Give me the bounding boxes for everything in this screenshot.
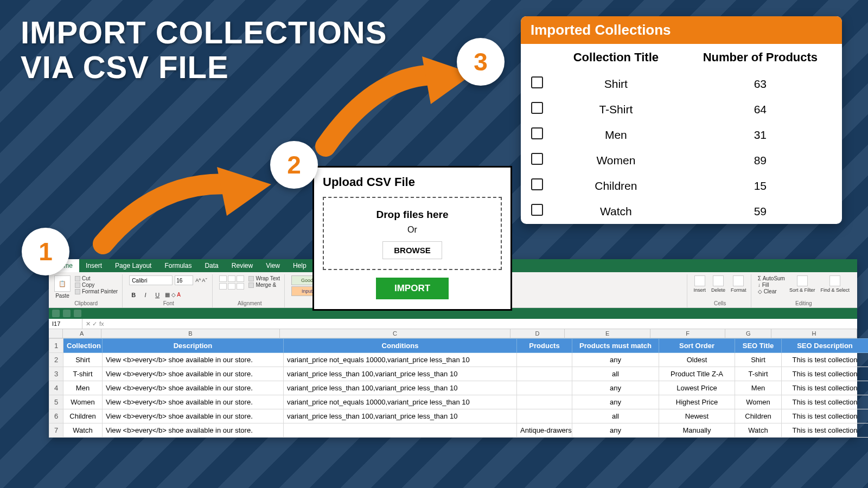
row-number[interactable]: 2 — [49, 353, 63, 367]
save-icon[interactable] — [52, 310, 60, 317]
sheet-cell[interactable]: View <b>every</b> shoe available in our … — [103, 353, 284, 367]
col-letter-H[interactable]: H — [771, 329, 857, 338]
col-letter-B[interactable]: B — [101, 329, 280, 338]
row-number[interactable]: 5 — [49, 395, 63, 409]
sheet-cell[interactable]: any — [572, 353, 659, 367]
sheet-cell[interactable] — [517, 381, 572, 395]
sheet-cell[interactable] — [284, 423, 517, 438]
sheet-cell[interactable]: Manually — [659, 423, 735, 438]
sheet-cell[interactable]: This is test collection — [782, 353, 869, 367]
italic-button[interactable]: I — [141, 292, 150, 298]
sheet-cell[interactable] — [517, 353, 572, 367]
format-cell-button[interactable]: Format — [731, 275, 746, 293]
sheet-cell[interactable]: View <b>every</b> shoe available in our … — [103, 395, 284, 409]
sheet-cell[interactable] — [517, 395, 572, 409]
sheet-cell[interactable]: Antique-drawers — [517, 423, 572, 438]
paste-icon[interactable]: 📋 — [54, 275, 71, 292]
col-letter-F[interactable]: F — [650, 329, 725, 338]
sheet-cell[interactable]: Oldest — [659, 353, 735, 367]
fx-buttons[interactable]: ✕ ✓ fx — [82, 320, 107, 328]
formula-input[interactable] — [107, 322, 857, 325]
row-checkbox[interactable] — [531, 102, 543, 114]
import-button[interactable]: IMPORT — [376, 278, 449, 299]
sort-filter-button[interactable]: Sort & Filter — [789, 275, 815, 293]
sheet-cell[interactable]: This is test collection — [782, 367, 869, 381]
ribbon-tab-data[interactable]: Data — [198, 259, 225, 272]
sheet-cell[interactable]: variant_price not_equals 10000,variant_p… — [284, 395, 517, 409]
row-number[interactable]: 4 — [49, 381, 63, 395]
sheet-cell[interactable]: variant_price less_than 100,variant_pric… — [284, 381, 517, 395]
col-letter-A[interactable]: A — [63, 329, 101, 338]
sheet-cell[interactable]: Highest Price — [659, 395, 735, 409]
ribbon-tab-formulas[interactable]: Formulas — [158, 259, 198, 272]
font-name-select[interactable] — [129, 275, 173, 285]
wrap-text-button[interactable]: Wrap Text — [248, 275, 280, 281]
sheet-cell[interactable] — [517, 409, 572, 423]
sheet-cell[interactable]: Watch — [735, 423, 782, 438]
ribbon-tab-page-layout[interactable]: Page Layout — [108, 259, 158, 272]
sheet-cell[interactable]: Children — [735, 409, 782, 423]
sheet-cell[interactable]: any — [572, 395, 659, 409]
col-letter-D[interactable]: D — [510, 329, 565, 338]
worksheet[interactable]: 1CollectionDescriptionConditionsProducts… — [49, 338, 857, 438]
row-checkbox[interactable] — [531, 178, 543, 190]
sheet-cell[interactable]: View <b>every</b> shoe available in our … — [103, 381, 284, 395]
col-letter-C[interactable]: C — [280, 329, 510, 338]
sheet-cell[interactable]: Women — [63, 395, 103, 409]
ribbon-tab-insert[interactable]: Insert — [79, 259, 108, 272]
sheet-cell[interactable]: variant_price less_than 100,variant_pric… — [284, 367, 517, 381]
bold-button[interactable]: B — [129, 292, 138, 298]
font-size-select[interactable] — [175, 275, 193, 285]
ribbon-tab-help[interactable]: Help — [286, 259, 313, 272]
browse-button[interactable]: BROWSE — [382, 241, 442, 259]
ribbon-tab-view[interactable]: View — [259, 259, 286, 272]
sheet-cell[interactable]: variant_price not_equals 10000,variant_p… — [284, 353, 517, 367]
copy-button[interactable]: Copy — [75, 282, 118, 288]
row-number[interactable]: 6 — [49, 409, 63, 423]
clear-button[interactable]: ◇ Clear — [758, 288, 785, 294]
sheet-cell[interactable]: This is test collection — [782, 409, 869, 423]
sheet-cell[interactable]: variant_price less_than 100,variant_pric… — [284, 409, 517, 423]
col-letter-G[interactable]: G — [725, 329, 771, 338]
sheet-cell[interactable]: all — [572, 367, 659, 381]
alignment-grid[interactable] — [219, 275, 244, 290]
insert-cell-button[interactable]: Insert — [694, 275, 706, 293]
sheet-cell[interactable]: T-shirt — [63, 367, 103, 381]
delete-cell-button[interactable]: Delete — [711, 275, 725, 293]
sheet-cell[interactable]: any — [572, 423, 659, 438]
row-checkbox[interactable] — [531, 76, 543, 88]
row-number[interactable]: 7 — [49, 423, 63, 438]
sheet-cell[interactable]: Men — [63, 381, 103, 395]
file-dropzone[interactable]: Drop files here Or BROWSE — [323, 197, 502, 270]
underline-button[interactable]: U — [153, 292, 162, 298]
sheet-cell[interactable]: T-shirt — [735, 367, 782, 381]
sheet-cell[interactable]: Watch — [63, 423, 103, 438]
row-number[interactable]: 3 — [49, 367, 63, 381]
row-number[interactable]: 1 — [49, 339, 63, 353]
cut-button[interactable]: Cut — [75, 275, 118, 281]
sheet-cell[interactable]: Lowest Price — [659, 381, 735, 395]
merge-button[interactable]: Merge & — [248, 282, 280, 288]
fill-button[interactable]: ↓ Fill — [758, 282, 785, 288]
sheet-cell[interactable]: Product Title Z-A — [659, 367, 735, 381]
row-checkbox[interactable] — [531, 204, 543, 216]
format-painter-button[interactable]: Format Painter — [75, 288, 118, 294]
col-letter-E[interactable]: E — [565, 329, 650, 338]
row-checkbox[interactable] — [531, 153, 543, 165]
find-select-button[interactable]: Find & Select — [820, 275, 850, 293]
redo-icon[interactable] — [74, 310, 81, 317]
row-checkbox[interactable] — [531, 127, 543, 139]
sheet-cell[interactable]: Children — [63, 409, 103, 423]
sheet-cell[interactable]: View <b>every</b> shoe available in our … — [103, 367, 284, 381]
sheet-cell[interactable]: View <b>every</b> shoe available in our … — [103, 423, 284, 438]
sheet-cell[interactable]: Women — [735, 395, 782, 409]
name-box[interactable]: I17 — [49, 319, 82, 329]
sheet-cell[interactable]: Newest — [659, 409, 735, 423]
sheet-cell[interactable]: Shirt — [63, 353, 103, 367]
sheet-cell[interactable]: View <b>every</b> shoe available in our … — [103, 409, 284, 423]
ribbon-tab-review[interactable]: Review — [225, 259, 259, 272]
sheet-cell[interactable]: Men — [735, 381, 782, 395]
sheet-cell[interactable] — [517, 367, 572, 381]
sheet-cell[interactable]: This is test collection — [782, 395, 869, 409]
sheet-cell[interactable]: all — [572, 409, 659, 423]
